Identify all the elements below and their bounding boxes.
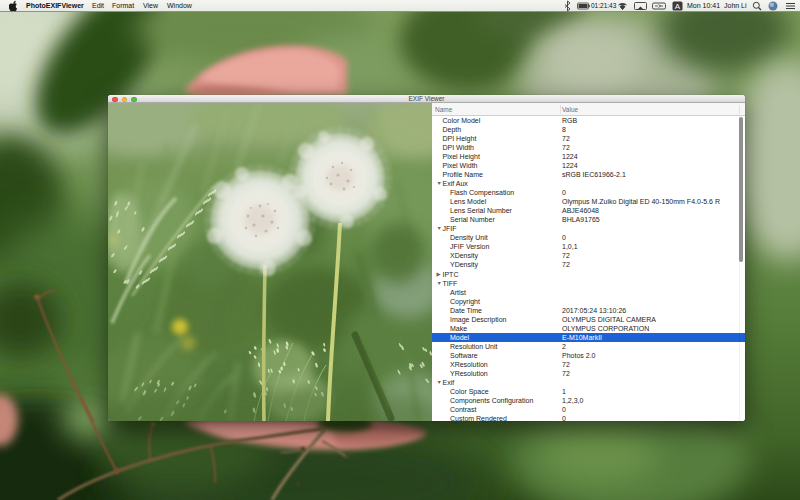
svg-text:A: A	[675, 2, 681, 11]
